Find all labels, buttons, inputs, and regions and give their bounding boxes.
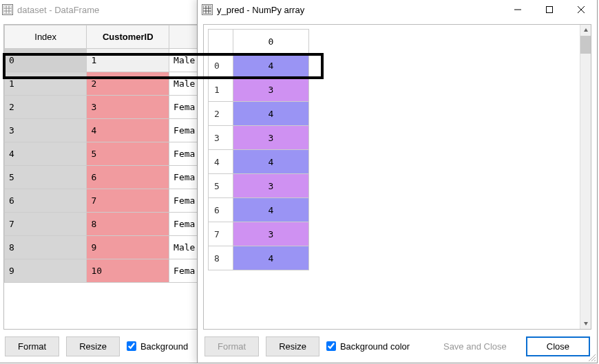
bgcolor-check-input[interactable] bbox=[127, 341, 136, 351]
table-row[interactable]: 78Fema bbox=[5, 213, 211, 236]
titlebar: dataset - DataFrame bbox=[0, 0, 217, 20]
cell-customerid[interactable]: 2 bbox=[87, 72, 169, 96]
col-customerid[interactable]: CustomerID bbox=[87, 25, 169, 49]
close-button[interactable]: Close bbox=[526, 336, 590, 356]
cell-index[interactable]: 4 bbox=[209, 150, 233, 174]
toolbar: Format Resize Background color Save and … bbox=[203, 330, 591, 363]
toolbar: Format Resize Background bbox=[3, 330, 211, 363]
cell-index[interactable]: 2 bbox=[5, 96, 87, 119]
cell-customerid[interactable]: 1 bbox=[87, 49, 169, 72]
col-index[interactable]: Index bbox=[5, 25, 87, 49]
maximize-button[interactable] bbox=[534, 0, 565, 20]
bgcolor-label: Background bbox=[140, 341, 188, 352]
cell-index[interactable]: 6 bbox=[5, 189, 87, 213]
cell-index[interactable]: 5 bbox=[209, 174, 233, 198]
table-row[interactable]: 84 bbox=[209, 246, 309, 270]
table-row[interactable]: 12Male bbox=[5, 72, 211, 96]
format-button[interactable]: Format bbox=[5, 336, 59, 356]
table-row[interactable]: 04 bbox=[209, 54, 309, 78]
scroll-up-arrow[interactable] bbox=[580, 25, 591, 36]
col-header-0[interactable]: 0 bbox=[233, 30, 309, 54]
table-row[interactable]: 53 bbox=[209, 174, 309, 198]
cell-value[interactable]: 4 bbox=[233, 198, 309, 222]
svg-line-18 bbox=[594, 360, 596, 361]
cell-customerid[interactable]: 5 bbox=[87, 142, 169, 166]
titlebar: y_pred - NumPy array bbox=[198, 0, 597, 20]
cell-index[interactable]: 0 bbox=[209, 54, 233, 78]
dataframe-window: dataset - DataFrame Index CustomerID 01M… bbox=[0, 0, 218, 363]
svg-rect-0 bbox=[3, 6, 12, 14]
table-row[interactable]: 33 bbox=[209, 126, 309, 150]
bgcolor-checkbox[interactable]: Background color bbox=[326, 341, 410, 352]
header-row: Index CustomerID bbox=[5, 25, 211, 49]
cell-customerid[interactable]: 10 bbox=[87, 259, 169, 283]
table-row[interactable]: 44 bbox=[209, 150, 309, 174]
save-and-close-button[interactable]: Save and Close bbox=[431, 337, 519, 356]
cell-value[interactable]: 3 bbox=[233, 78, 309, 102]
table-row[interactable]: 01Male bbox=[5, 49, 211, 72]
cell-index[interactable]: 2 bbox=[209, 102, 233, 126]
cell-index[interactable]: 1 bbox=[5, 72, 87, 96]
resize-button[interactable]: Resize bbox=[266, 336, 319, 356]
table-row[interactable]: 89Male bbox=[5, 236, 211, 259]
table-row[interactable]: 24 bbox=[209, 102, 309, 126]
bgcolor-check-input[interactable] bbox=[326, 341, 336, 351]
cell-index[interactable]: 1 bbox=[209, 78, 233, 102]
cell-customerid[interactable]: 6 bbox=[87, 166, 169, 189]
header-row: 0 bbox=[209, 30, 309, 54]
svg-rect-11 bbox=[547, 7, 553, 13]
table-row[interactable]: 23Fema bbox=[5, 96, 211, 119]
cell-index[interactable]: 3 bbox=[209, 126, 233, 150]
cell-value[interactable]: 4 bbox=[233, 54, 309, 78]
cell-value[interactable]: 3 bbox=[233, 174, 309, 198]
window-title: y_pred - NumPy array bbox=[217, 5, 502, 15]
cell-customerid[interactable]: 7 bbox=[87, 189, 169, 213]
table-row[interactable]: 56Fema bbox=[5, 166, 211, 189]
table-row[interactable]: 64 bbox=[209, 198, 309, 222]
cell-value[interactable]: 3 bbox=[233, 126, 309, 150]
cell-customerid[interactable]: 8 bbox=[87, 213, 169, 236]
numpy-grid[interactable]: 0 041324334453647384 bbox=[203, 24, 591, 330]
close-button[interactable] bbox=[565, 0, 597, 20]
vertical-scrollbar[interactable] bbox=[580, 25, 591, 329]
cell-customerid[interactable]: 4 bbox=[87, 119, 169, 142]
bgcolor-checkbox[interactable]: Background bbox=[127, 341, 188, 352]
table-icon bbox=[202, 4, 213, 15]
cell-index[interactable]: 7 bbox=[209, 222, 233, 246]
bgcolor-label: Background color bbox=[340, 341, 410, 352]
cell-index[interactable]: 7 bbox=[5, 213, 87, 236]
cell-value[interactable]: 4 bbox=[233, 246, 309, 270]
cell-value[interactable]: 4 bbox=[233, 102, 309, 126]
minimize-button[interactable] bbox=[502, 0, 534, 20]
resize-grip-icon[interactable] bbox=[587, 353, 596, 361]
format-button[interactable]: Format bbox=[204, 336, 259, 356]
scroll-down-arrow[interactable] bbox=[580, 318, 591, 329]
svg-marker-15 bbox=[584, 322, 588, 325]
cell-index[interactable]: 9 bbox=[5, 259, 87, 283]
table-row[interactable]: 13 bbox=[209, 78, 309, 102]
cell-customerid[interactable]: 9 bbox=[87, 236, 169, 259]
svg-marker-14 bbox=[584, 28, 588, 32]
cell-value[interactable]: 3 bbox=[233, 222, 309, 246]
table-row[interactable]: 67Fema bbox=[5, 189, 211, 213]
cell-index[interactable]: 5 bbox=[5, 166, 87, 189]
cell-index[interactable]: 8 bbox=[5, 236, 87, 259]
table-row[interactable]: 34Fema bbox=[5, 119, 211, 142]
numpy-window: y_pred - NumPy array 0 0413243 bbox=[197, 0, 598, 363]
cell-index[interactable]: 0 bbox=[5, 49, 87, 72]
cell-index[interactable]: 8 bbox=[209, 246, 233, 270]
table-row[interactable]: 45Fema bbox=[5, 142, 211, 166]
dataframe-grid[interactable]: Index CustomerID 01Male12Male23Fema34Fem… bbox=[3, 24, 211, 330]
resize-button[interactable]: Resize bbox=[66, 336, 120, 356]
scroll-thumb[interactable] bbox=[580, 36, 591, 54]
cell-index[interactable]: 4 bbox=[5, 142, 87, 166]
table-icon bbox=[2, 4, 13, 15]
table-row[interactable]: 910Fema bbox=[5, 259, 211, 283]
svg-rect-5 bbox=[203, 6, 211, 14]
cell-index[interactable]: 3 bbox=[5, 119, 87, 142]
cell-value[interactable]: 4 bbox=[233, 150, 309, 174]
cell-customerid[interactable]: 3 bbox=[87, 96, 169, 119]
table-row[interactable]: 73 bbox=[209, 222, 309, 246]
cell-index[interactable]: 6 bbox=[209, 198, 233, 222]
blank-corner bbox=[209, 30, 233, 54]
